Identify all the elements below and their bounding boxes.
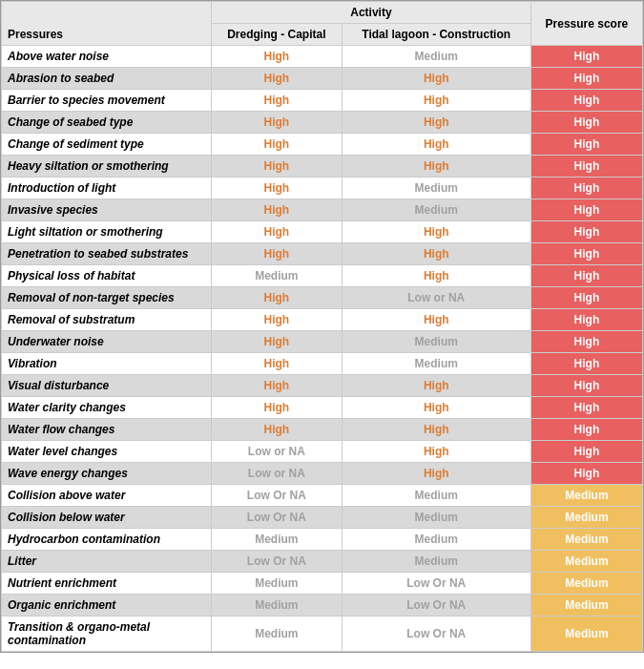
- table-row: Change of seabed typeHighHighHigh: [2, 112, 643, 134]
- tidal-cell: Medium: [342, 507, 530, 529]
- dredging-cell: Medium: [212, 595, 343, 617]
- tidal-cell: High: [342, 221, 530, 243]
- score-cell: High: [530, 287, 642, 309]
- table-row: Water flow changesHighHighHigh: [2, 419, 643, 441]
- score-cell: High: [530, 419, 642, 441]
- pressure-cell: Organic enrichment: [2, 595, 212, 617]
- dredging-cell: Medium: [212, 617, 343, 652]
- score-cell: High: [530, 243, 642, 265]
- table-row: Transition & organo-metal contaminationM…: [2, 617, 643, 652]
- pressure-cell: Nutrient enrichment: [2, 573, 212, 595]
- score-cell: Medium: [530, 507, 642, 529]
- table-row: Visual disturbanceHighHighHigh: [2, 375, 643, 397]
- tidal-cell: Medium: [342, 199, 530, 221]
- table-row: Water clarity changesHighHighHigh: [2, 397, 643, 419]
- pressure-cell: Invasive species: [2, 199, 212, 221]
- dredging-cell: High: [212, 375, 343, 397]
- tidal-cell: High: [342, 68, 530, 90]
- table-row: Physical loss of habitatMediumHighHigh: [2, 265, 643, 287]
- score-cell: Medium: [530, 529, 642, 551]
- tidal-cell: High: [342, 243, 530, 265]
- tidal-cell: Medium: [342, 353, 530, 375]
- pressure-cell: Barrier to species movement: [2, 90, 212, 112]
- score-col-header: Pressure score: [530, 2, 642, 46]
- tidal-cell: High: [342, 112, 530, 134]
- tidal-cell: Medium: [342, 331, 530, 353]
- score-cell: High: [530, 134, 642, 156]
- tidal-cell: High: [342, 375, 530, 397]
- score-cell: Medium: [530, 485, 642, 507]
- dredging-cell: Medium: [212, 265, 343, 287]
- score-cell: High: [530, 397, 642, 419]
- tidal-cell: Medium: [342, 46, 530, 68]
- table-row: Barrier to species movementHighHighHigh: [2, 90, 643, 112]
- pressure-cell: Introduction of light: [2, 178, 212, 199]
- tidal-cell: High: [342, 90, 530, 112]
- table-row: Heavy siltation or smotheringHighHighHig…: [2, 156, 643, 178]
- dredging-cell: High: [212, 112, 343, 134]
- tidal-cell: High: [342, 441, 530, 463]
- tidal-cell: Medium: [342, 485, 530, 507]
- tidal-col-header: Tidal lagoon - Construction: [342, 24, 530, 46]
- score-cell: High: [530, 353, 642, 375]
- tidal-cell: High: [342, 134, 530, 156]
- tidal-cell: High: [342, 397, 530, 419]
- pressure-cell: Abrasion to seabed: [2, 68, 212, 90]
- pressure-cell: Water level changes: [2, 441, 212, 463]
- table-row: Abrasion to seabedHighHighHigh: [2, 68, 643, 90]
- pressure-table: Pressures Activity Pressure score Dredgi…: [1, 1, 643, 652]
- dredging-cell: High: [212, 46, 343, 68]
- table-row: Nutrient enrichmentMediumLow Or NAMedium: [2, 573, 643, 595]
- score-cell: Medium: [530, 551, 642, 573]
- tidal-cell: Low Or NA: [342, 573, 530, 595]
- tidal-cell: High: [342, 265, 530, 287]
- pressure-cell: Water flow changes: [2, 419, 212, 441]
- table-body: Above water noiseHighMediumHighAbrasion …: [2, 46, 643, 652]
- dredging-cell: Low Or NA: [212, 485, 343, 507]
- dredging-cell: High: [212, 90, 343, 112]
- table-row: Underwater noiseHighMediumHigh: [2, 331, 643, 353]
- table-row: Hydrocarbon contaminationMediumMediumMed…: [2, 529, 643, 551]
- dredging-col-header: Dredging - Capital: [212, 24, 343, 46]
- table-row: VibrationHighMediumHigh: [2, 353, 643, 375]
- tidal-cell: Medium: [342, 551, 530, 573]
- tidal-cell: High: [342, 309, 530, 331]
- table-row: Organic enrichmentMediumLow Or NAMedium: [2, 595, 643, 617]
- dredging-cell: Low or NA: [212, 463, 343, 485]
- dredging-cell: High: [212, 419, 343, 441]
- pressure-cell: Light siltation or smothering: [2, 221, 212, 243]
- score-cell: High: [530, 46, 642, 68]
- score-cell: High: [530, 265, 642, 287]
- dredging-cell: High: [212, 156, 343, 178]
- pressure-cell: Vibration: [2, 353, 212, 375]
- dredging-cell: High: [212, 68, 343, 90]
- dredging-cell: Medium: [212, 529, 343, 551]
- pressure-cell: Underwater noise: [2, 331, 212, 353]
- tidal-cell: High: [342, 156, 530, 178]
- pressure-cell: Litter: [2, 551, 212, 573]
- pressure-cell: Change of sediment type: [2, 134, 212, 156]
- pressure-cell: Penetration to seabed substrates: [2, 243, 212, 265]
- dredging-cell: High: [212, 331, 343, 353]
- pressure-cell: Transition & organo-metal contamination: [2, 617, 212, 652]
- dredging-cell: High: [212, 199, 343, 221]
- pressure-cell: Collision above water: [2, 485, 212, 507]
- score-cell: High: [530, 178, 642, 199]
- pressure-cell: Visual disturbance: [2, 375, 212, 397]
- table-row: Removal of non-target speciesHighLow or …: [2, 287, 643, 309]
- dredging-cell: Medium: [212, 573, 343, 595]
- score-cell: High: [530, 156, 642, 178]
- dredging-cell: High: [212, 134, 343, 156]
- pressure-cell: Wave energy changes: [2, 463, 212, 485]
- tidal-cell: Low or NA: [342, 287, 530, 309]
- pressure-cell: Collision below water: [2, 507, 212, 529]
- table-row: Penetration to seabed substratesHighHigh…: [2, 243, 643, 265]
- pressure-cell: Change of seabed type: [2, 112, 212, 134]
- score-cell: High: [530, 90, 642, 112]
- pressures-col-header: Pressures: [2, 2, 212, 46]
- dredging-cell: High: [212, 309, 343, 331]
- dredging-cell: Low or NA: [212, 441, 343, 463]
- pressure-cell: Physical loss of habitat: [2, 265, 212, 287]
- pressure-cell: Heavy siltation or smothering: [2, 156, 212, 178]
- header-row-top: Pressures Activity Pressure score: [2, 2, 643, 24]
